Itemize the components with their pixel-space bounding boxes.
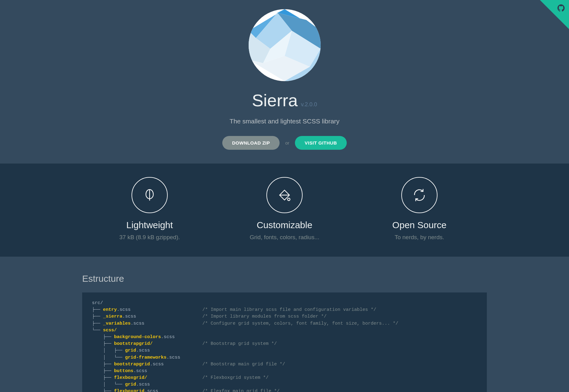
logo: [249, 9, 321, 81]
feature-title: Lightweight: [82, 220, 217, 230]
leaf-icon: [132, 177, 168, 213]
feature-desc: To nerds, by nerds.: [352, 234, 487, 241]
visit-github-button[interactable]: VISIT GITHUB: [295, 136, 347, 150]
feature-desc: Grid, fonts, colors, radius...: [217, 234, 352, 241]
download-zip-button[interactable]: DOWNLOAD ZIP: [222, 136, 280, 150]
paint-icon: [266, 177, 303, 213]
feature-desc: 37 kB (8.9 kB gzipped).: [82, 234, 217, 241]
cta-row: DOWNLOAD ZIP or VISIT GITHUB: [0, 136, 569, 150]
code-block: src/ ├── entry.scss /* Import main libra…: [82, 292, 487, 392]
feature-title: Open Source: [352, 220, 487, 230]
feature-title: Customizable: [217, 220, 352, 230]
title-row: Sierra v.2.0.0: [0, 90, 569, 110]
feature-refresh: Open SourceTo nerds, by nerds.: [352, 177, 487, 241]
feature-leaf: Lightweight37 kB (8.9 kB gzipped).: [82, 177, 217, 241]
github-icon[interactable]: [557, 4, 565, 14]
feature-paint: CustomizableGrid, fonts, colors, radius.…: [217, 177, 352, 241]
features-section: Lightweight37 kB (8.9 kB gzipped).Custom…: [0, 164, 569, 257]
structure-heading: Estructure: [82, 273, 487, 284]
svg-point-9: [288, 198, 290, 201]
or-text: or: [285, 140, 289, 145]
structure-section: Estructure src/ ├── entry.scss /* Import…: [82, 257, 487, 392]
hero-section: Sierra v.2.0.0 The smallest and lightest…: [0, 0, 569, 164]
refresh-icon: [401, 177, 437, 213]
tagline: The smallest and lightest SCSS library: [0, 118, 569, 125]
version-label: v.2.0.0: [301, 101, 317, 107]
page-title: Sierra: [252, 90, 298, 110]
